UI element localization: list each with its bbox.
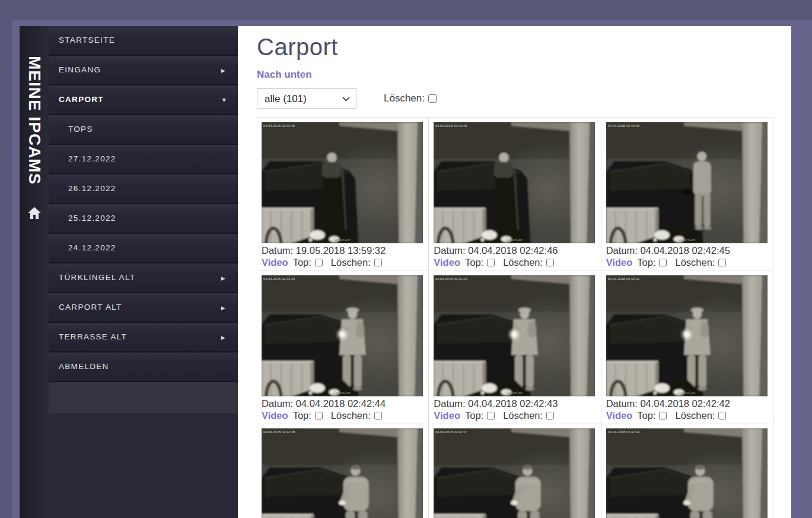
video-link[interactable]: Video [606,410,633,421]
sidebar-item-türklingel-alt[interactable]: TÜRKLINGEL ALT ▶ [49,263,238,293]
sidebar-item-terrasse-alt[interactable]: TERRASSE ALT ▶ [49,323,238,352]
camera-snapshot[interactable]: 04.04.2018 02:42:38 CarportCam [262,428,423,518]
sidebar-item-label: 25.12.2022 [68,214,116,223]
sidebar-item-label: CARPORT ALT [59,303,122,312]
video-link[interactable]: Video [434,410,460,421]
sidebar-footer [49,413,238,518]
svg-text:CarportCam: CarportCam [506,391,524,395]
delete-all-label-text: Löschen: [384,93,425,104]
sidebar-item-label: TERRASSE ALT [59,332,127,341]
sidebar-item-26-12-2022[interactable]: 26.12.2022 [49,174,238,204]
video-link[interactable]: Video [262,257,288,268]
svg-text:CarportCam: CarportCam [333,238,351,241]
video-link[interactable]: Video [262,410,288,421]
camera-snapshot[interactable]: 04.04.2018 02:42:34 CarportCam [606,428,768,518]
sidebar-item-24-12-2022[interactable]: 24.12.2022 [49,234,238,263]
svg-text:CarportCam: CarportCam [678,391,696,395]
camera-snapshot[interactable]: 04.04.2018 02:42:45 CarportCam [606,122,768,243]
svg-text:04.04.2018 02:42:43: 04.04.2018 02:42:43 [435,277,467,281]
submenu-arrow-icon: ▶ [221,323,226,352]
home-icon[interactable] [27,206,42,220]
svg-text:04.04.2018 02:42:45: 04.04.2018 02:42:45 [608,124,640,128]
submenu-arrow-icon: ▶ [221,264,226,293]
svg-text:04.04.2018 02:42:34: 04.04.2018 02:42:34 [608,430,640,434]
snapshot-caption: Datum: 04.04.2018 02:42:43 Video Top: Lö… [434,398,596,421]
snapshot-cell: 04.04.2018 02:42:42 CarportCam Datum: 04… [601,271,773,424]
snapshot-datetime: Datum: 04.04.2018 02:42:45 [606,245,768,256]
top-checkbox[interactable] [315,259,323,266]
camera-snapshot[interactable]: 04.04.2018 02:42:42 CarportCam [606,275,768,396]
sidebar-item-carport[interactable]: CARPORT ▼ [49,85,238,115]
delete-checkbox[interactable] [718,412,726,420]
app-title: MEINE IPCAMS [25,56,44,185]
svg-text:04.04.2018 02:42:38: 04.04.2018 02:42:38 [263,430,295,434]
scroll-down-link[interactable]: Nach unten [257,69,312,81]
svg-text:04.04.2018 02:42:46: 04.04.2018 02:42:46 [435,124,467,128]
submenu-arrow-icon: ▶ [221,294,226,322]
top-checkbox[interactable] [487,412,495,420]
snapshot-cell: 04.04.2018 02:42:43 CarportCam Datum: 04… [429,271,601,424]
sidebar-item-startseite[interactable]: STARTSEITE [49,26,238,56]
sidebar-item-abmelden[interactable]: ABMELDEN [49,352,238,382]
snapshot-datetime: Datum: 04.04.2018 02:42:44 [262,398,423,409]
delete-checkbox[interactable] [546,259,554,266]
snapshot-cell: 04.04.2018 02:42:45 CarportCam Datum: 04… [601,118,773,271]
snapshot-datetime: Datum: 04.04.2018 02:42:46 [434,245,596,256]
snapshot-cell: 04.04.2018 02:42:44 CarportCam Datum: 04… [257,271,429,424]
svg-text:04.04.2018 02:42:44: 04.04.2018 02:42:44 [263,277,295,281]
submenu-arrow-icon: ▶ [221,56,226,85]
top-checkbox[interactable] [315,412,323,420]
sidebar-item-eingang[interactable]: EINGANG ▶ [49,56,238,85]
delete-all-label: Löschen: [384,93,437,104]
delete-label: Löschen: [675,257,715,268]
camera-snapshot[interactable]: 04.04.2018 02:42:37 CarportCam [434,428,595,518]
top-label: Top: [637,410,655,421]
svg-text:CarportCam: CarportCam [506,238,524,241]
sidebar-item-carport-alt[interactable]: CARPORT ALT ▶ [49,293,238,323]
snapshot-caption: Datum: 04.04.2018 02:42:42 Video Top: Lö… [606,398,768,421]
sidebar-brand-strip: MEINE IPCAMS [20,26,49,518]
delete-label: Löschen: [331,410,371,421]
sidebar-spacer [49,382,238,413]
video-link[interactable]: Video [434,257,460,268]
sidebar-item-27-12-2022[interactable]: 27.12.2022 [49,145,238,174]
sidebar-menu: STARTSEITE EINGANG ▶ CARPORT ▼ TOPS 27.1… [49,26,238,518]
delete-checkbox[interactable] [374,412,382,420]
delete-all-checkbox[interactable] [428,94,437,103]
camera-snapshot[interactable]: 04.04.2018 02:42:43 CarportCam [434,275,595,396]
filter-bar: alle (101) Löschen: [257,89,791,108]
snapshot-datetime: Datum: 04.04.2018 02:42:43 [434,398,596,409]
sidebar-item-label: TÜRKLINGEL ALT [59,273,135,282]
camera-snapshot[interactable]: 04.04.2018 02:42:46 CarportCam [262,122,423,243]
top-checkbox[interactable] [659,412,667,420]
page-title: Carport [257,34,791,59]
main-content: Carport Nach unten alle (101) Löschen: [238,26,791,518]
sidebar-item-25-12-2022[interactable]: 25.12.2022 [49,204,238,234]
snapshot-cell: 04.04.2018 02:42:46 CarportCam Datum: 04… [429,118,601,271]
filter-select[interactable]: alle (101) [257,89,356,108]
delete-label: Löschen: [503,257,543,268]
sidebar-item-tops[interactable]: TOPS [49,115,238,145]
top-checkbox[interactable] [659,259,667,266]
sidebar-item-label: TOPS [68,125,93,134]
video-link[interactable]: Video [606,257,633,268]
snapshot-grid: 04.04.2018 02:42:46 CarportCam Datum: 19… [257,117,773,518]
delete-checkbox[interactable] [718,259,726,266]
snapshot-cell: 04.04.2018 02:42:37 CarportCam [429,424,601,518]
delete-label: Löschen: [675,410,715,421]
camera-snapshot[interactable]: 04.04.2018 02:42:46 CarportCam [434,122,595,243]
sidebar-item-label: CARPORT [59,95,104,104]
camera-snapshot[interactable]: 04.04.2018 02:42:44 CarportCam [262,275,423,396]
svg-text:04.04.2018 02:42:42: 04.04.2018 02:42:42 [608,277,639,281]
top-checkbox[interactable] [487,259,495,266]
delete-checkbox[interactable] [374,259,382,266]
snapshot-datetime: Datum: 04.04.2018 02:42:42 [606,398,768,409]
sidebar-item-label: ABMELDEN [59,362,109,371]
svg-text:CarportCam: CarportCam [678,238,696,241]
delete-checkbox[interactable] [546,412,554,420]
top-label: Top: [637,257,655,268]
snapshot-cell: 04.04.2018 02:42:34 CarportCam [601,424,773,518]
top-label: Top: [465,257,483,268]
svg-text:CarportCam: CarportCam [333,391,351,395]
snapshot-cell: 04.04.2018 02:42:38 CarportCam [257,424,429,518]
